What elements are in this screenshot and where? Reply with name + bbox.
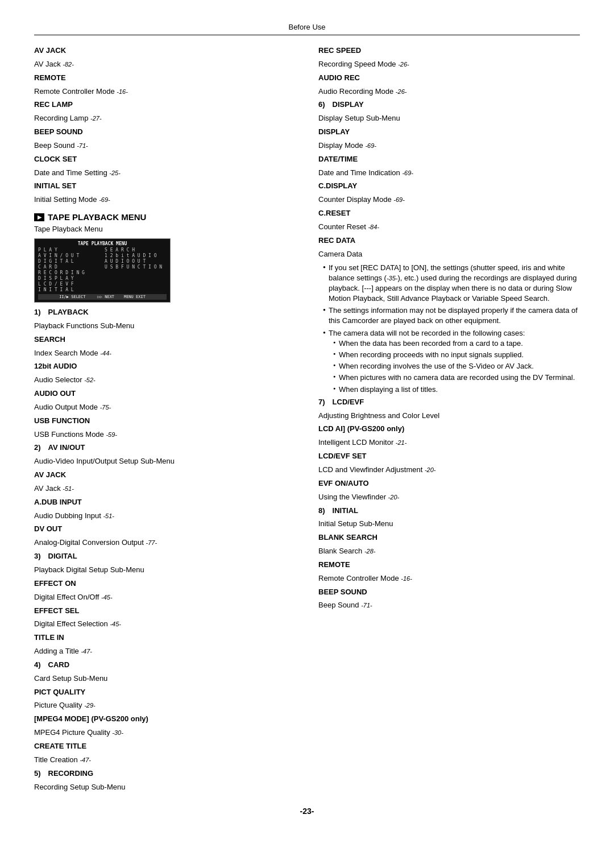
audio-out-label: AUDIO OUT <box>34 389 76 398</box>
beep-sound-text: Beep Sound -71- <box>34 141 88 150</box>
usb-func-desc: USB Functions Mode -59- <box>34 429 296 440</box>
create-title-entry: CREATE TITLE <box>34 741 296 752</box>
effect-sel-entry: EFFECT SEL <box>34 606 296 617</box>
rec-data-subbullet-4: When pictures with no camera data are re… <box>329 373 580 383</box>
c-display-desc: Counter Display Mode -69- <box>318 195 580 205</box>
12bit-text: Audio Selector -52- <box>34 375 96 384</box>
menu-item-avinout: A V I N / O U T <box>38 253 100 258</box>
av-jack-sub-desc: AV Jack -51- <box>34 483 296 494</box>
clock-set-text: Date and Time Setting -25- <box>34 168 121 177</box>
datetime-entry: DATE/TIME <box>318 154 580 165</box>
display-num-entry: 6) DISPLAY <box>318 100 580 110</box>
menu-image-title: TAPE PLAYBACK MENU <box>38 241 167 246</box>
adub-label: A.DUB INPUT <box>34 498 82 506</box>
lcd-evf-set-desc: LCD and Viewfinder Adjustment -20- <box>318 465 580 476</box>
playback-num-entry: 1) PLAYBACK <box>34 307 296 318</box>
playback-arrow: ▶ <box>38 214 42 220</box>
datetime-desc: Date and Time Indication -69- <box>318 168 580 179</box>
av-jack-label: AV JACK <box>34 46 66 55</box>
menu-footer: II/▶ SELECT ▷▷ NEXT MENU EXIT <box>38 294 167 300</box>
rec-lamp-desc: Recording Lamp -27- <box>34 113 296 124</box>
menu-item-empty1 <box>105 270 167 275</box>
search-entry: SEARCH <box>34 334 296 345</box>
c-display-entry: C.DISPLAY <box>318 181 580 192</box>
initial-num-text: Initial Setup Sub-Menu <box>318 519 393 528</box>
title-in-text: Adding a Title -47- <box>34 647 92 655</box>
c-display-text: Counter Display Mode -69- <box>318 195 405 204</box>
search-label: SEARCH <box>34 335 65 344</box>
pict-quality-desc: Picture Quality -29- <box>34 700 296 711</box>
clock-set-entry: CLOCK SET <box>34 154 296 165</box>
rec-speed-entry: REC SPEED <box>318 46 580 56</box>
lcd-ai-label: LCD AI] (PV-GS200 only) <box>318 424 404 433</box>
rec-lamp-text: Recording Lamp -27- <box>34 114 102 122</box>
rec-data-bullets: If you set [REC DATA] to [ON], the setti… <box>323 263 580 395</box>
audio-out-text: Audio Output Mode -75- <box>34 403 111 411</box>
pict-quality-label: PICT QUALITY <box>34 688 85 696</box>
mpeg4-desc: MPEG4 Picture Quality -30- <box>34 728 296 738</box>
card-num-text: Card Setup Sub-Menu <box>34 674 107 683</box>
lcdEvf-num-text: Adjusting Brightness and Color Level <box>318 411 439 420</box>
playback-num-label: 1) PLAYBACK <box>34 308 89 316</box>
remote-desc: Remote Controller Mode -16- <box>34 86 296 97</box>
effect-sel-label: EFFECT SEL <box>34 606 79 615</box>
tape-playback-subtitle-text: Tape Playback Menu <box>34 225 103 233</box>
datetime-label: DATE/TIME <box>318 155 358 163</box>
beep-sound-desc: Beep Sound -71- <box>34 140 296 151</box>
recording-num-desc: Recording Setup Sub-Menu <box>34 782 296 793</box>
menu-item-audioout: A U D I O O U T <box>105 259 167 264</box>
rec-data-bullet-3: The camera data will not be recorded in … <box>323 328 580 395</box>
rec-data-label: REC DATA <box>318 236 355 245</box>
header-title: Before Use <box>288 23 325 31</box>
menu-item-usb: U S B F U N C T I O N <box>105 264 167 270</box>
rec-speed-text: Recording Speed Mode -26- <box>318 60 409 68</box>
lcd-evf-set-entry: LCD/EVF SET <box>318 451 580 462</box>
audio-out-desc: Audio Output Mode -75- <box>34 402 296 413</box>
av-jack-text: AV Jack -82- <box>34 60 74 68</box>
av-jack-entry: AV JACK <box>34 46 296 56</box>
12bit-entry: 12bit AUDIO <box>34 361 296 372</box>
av-jack-sub-text: AV Jack -51- <box>34 484 74 493</box>
playback-num-desc: Playback Functions Sub-Menu <box>34 321 296 332</box>
blank-search-entry: BLANK SEARCH <box>318 532 580 543</box>
av-inout-num-text: Audio-Video Input/Output Setup Sub-Menu <box>34 457 175 465</box>
search-desc: Index Search Mode -44- <box>34 348 296 359</box>
remote-right-entry: REMOTE <box>318 560 580 571</box>
remote-label: REMOTE <box>34 73 66 82</box>
c-reset-desc: Counter Reset -84- <box>318 222 580 233</box>
menu-item-12bit: 1 2 b i t A U D I O <box>105 253 167 258</box>
menu-item-empty3 <box>105 282 167 287</box>
evf-on-text: Using the Viewfinder -20- <box>318 493 399 501</box>
mpeg4-text: MPEG4 Picture Quality -30- <box>34 728 123 737</box>
remote-right-text: Remote Controller Mode -16- <box>318 574 412 582</box>
display-num-label: 6) DISPLAY <box>318 100 364 109</box>
display-num-desc: Display Setup Sub-Menu <box>318 113 580 124</box>
c-reset-text: Counter Reset -84- <box>318 222 379 231</box>
menu-item-initial: I N I T I A L <box>38 287 100 292</box>
tape-playback-menu-header: ▶ TAPE PLAYBACK MENU <box>34 212 296 222</box>
evf-on-desc: Using the Viewfinder -20- <box>318 492 580 503</box>
initial-num-desc: Initial Setup Sub-Menu <box>318 519 580 530</box>
rec-data-bullet-2: The settings information may not be disp… <box>323 305 580 326</box>
initial-set-label: INITIAL SET <box>34 181 76 190</box>
initial-num-entry: 8) INITIAL <box>318 506 580 516</box>
blank-search-desc: Blank Search -28- <box>318 546 580 557</box>
create-title-label: CREATE TITLE <box>34 742 86 750</box>
digital-num-text: Playback Digital Setup Sub-Menu <box>34 565 144 574</box>
c-reset-entry: C.RESET <box>318 208 580 219</box>
rec-data-entry: REC DATA <box>318 235 580 246</box>
page-header: Before Use <box>34 23 580 35</box>
menu-item-display: D I S P L A Y <box>38 276 100 281</box>
right-column: REC SPEED Recording Speed Mode -26- AUDI… <box>318 46 580 795</box>
lcd-ai-desc: Intelligent LCD Monitor -21- <box>318 437 580 448</box>
12bit-desc: Audio Selector -52- <box>34 375 296 386</box>
menu-item-play: P L A Y <box>38 247 100 253</box>
page: Before Use AV JACK AV Jack -82- REMOTE R… <box>0 0 614 868</box>
adub-entry: A.DUB INPUT <box>34 497 296 508</box>
effect-sel-desc: Digital Effect Selection -45- <box>34 619 296 630</box>
display-sub-text: Display Mode -69- <box>318 141 376 150</box>
clock-set-label: CLOCK SET <box>34 155 77 163</box>
rec-data-text: Camera Data <box>318 250 362 258</box>
rec-lamp-entry: REC LAMP <box>34 100 296 110</box>
beep-sound-entry: BEEP SOUND <box>34 127 296 138</box>
